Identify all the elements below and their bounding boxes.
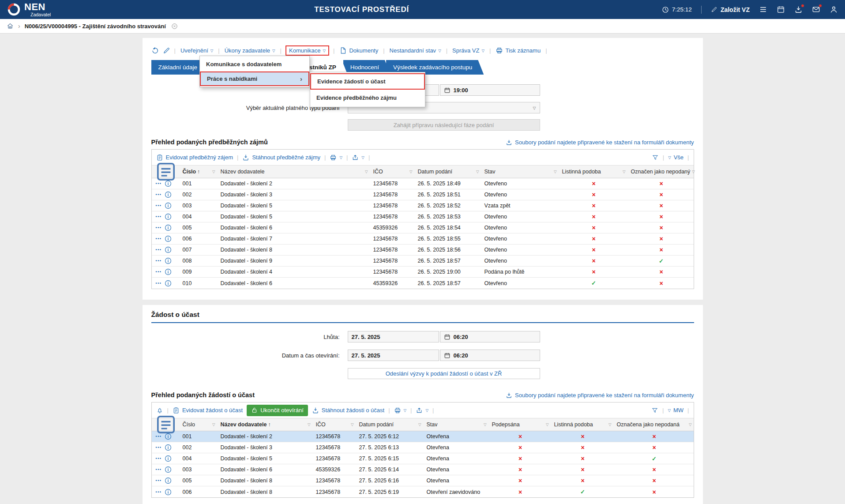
- toolbar-item-tisk-zaznamu[interactable]: Tisk záznamu: [495, 45, 541, 56]
- filter-caret-icon[interactable]: ▽: [349, 422, 354, 427]
- row-info-button[interactable]: [165, 477, 172, 484]
- table-row[interactable]: •••004Dodavatel - školení 51234567827. 5…: [152, 453, 694, 464]
- filter-caret-icon[interactable]: ▽: [210, 169, 215, 174]
- table-row[interactable]: •••001Dodavatel - školení 21234567826. 5…: [152, 178, 694, 189]
- column-header-cislo[interactable]: Číslo↑▽: [180, 165, 218, 178]
- table-row[interactable]: •••005Dodavatel - školení 81234567827. 5…: [152, 475, 694, 486]
- filter-caret-icon[interactable]: ▽: [306, 422, 311, 427]
- table-row[interactable]: •••003Dodavatel - školení 64535932627. 5…: [152, 464, 694, 475]
- breadcrumb-close-button[interactable]: [171, 23, 178, 30]
- export-grid-button[interactable]: ▽: [352, 154, 364, 161]
- column-header-stav[interactable]: Stav▽: [482, 165, 560, 178]
- row-info-button[interactable]: [165, 191, 172, 198]
- column-header-ico[interactable]: IČO▽: [313, 418, 357, 431]
- lhuta-date-input[interactable]: 27. 5. 2025: [348, 331, 439, 342]
- table-row[interactable]: •••003Dodavatel - školení 51234567826. 5…: [152, 200, 694, 211]
- submenu-item-evidence-predbezneho-zajmu[interactable]: Evidence předběžného zájmu: [310, 90, 425, 106]
- filter-caret-icon[interactable]: ▽: [687, 422, 692, 427]
- table-row[interactable]: •••004Dodavatel - školení 51234567826. 5…: [152, 211, 694, 222]
- stahnout-zadosti-button[interactable]: Stáhnout žádosti o účast: [312, 407, 384, 414]
- row-menu-button[interactable]: •••: [156, 434, 162, 439]
- column-header-cislo[interactable]: Číslo▽: [180, 418, 218, 431]
- column-chooser-icon[interactable]: [152, 418, 180, 431]
- home-button[interactable]: [7, 23, 14, 30]
- calendar-picker-icon[interactable]: [444, 352, 451, 359]
- toolbar-item-sprava-vz[interactable]: Správa VZ▽: [451, 46, 485, 55]
- row-info-button[interactable]: [165, 224, 172, 231]
- view-select[interactable]: ▽ MW: [668, 407, 684, 414]
- next-phase-button[interactable]: Zahájit přípravu následující fáze podání: [348, 119, 540, 131]
- filter-caret-icon[interactable]: ▽: [621, 169, 626, 174]
- column-header-listinna-podoba[interactable]: Listinná podoba▽: [552, 418, 614, 431]
- row-menu-button[interactable]: •••: [156, 203, 162, 208]
- column-header-oznacena-jako-nepodana[interactable]: Označena jako nepodaná▽: [614, 418, 695, 431]
- column-header-datum-podani[interactable]: Datum podání▽: [415, 165, 482, 178]
- filter-caret-icon[interactable]: ▽: [690, 169, 695, 174]
- filter-caret-icon[interactable]: ▽: [363, 169, 368, 174]
- filter-caret-icon[interactable]: ▽: [417, 422, 421, 427]
- column-header-ico[interactable]: IČO▽: [371, 165, 415, 178]
- column-header-nazev-dodavatele[interactable]: Název dodavatele↑▽: [218, 418, 313, 431]
- filter-caret-icon[interactable]: ▽: [607, 422, 612, 427]
- view-select[interactable]: ▽ Vše: [668, 154, 684, 161]
- row-menu-button[interactable]: •••: [156, 248, 162, 252]
- calendar-picker-icon[interactable]: [444, 87, 451, 94]
- calendar-button[interactable]: [777, 5, 785, 14]
- row-menu-button[interactable]: •••: [156, 259, 162, 263]
- menu-item-komunikace-s-dodavatelem[interactable]: Komunikace s dodavatelem: [200, 57, 309, 71]
- lhuta-time-input[interactable]: 06:20: [440, 331, 540, 342]
- filter-caret-icon[interactable]: ▽: [474, 169, 479, 174]
- filter-caret-icon[interactable]: ▽: [210, 422, 215, 427]
- filter-caret-icon[interactable]: ▽: [552, 169, 557, 174]
- filter-caret-icon[interactable]: ▽: [482, 422, 487, 427]
- table-row[interactable]: •••005Dodavatel - školení 64535932626. 5…: [152, 222, 694, 233]
- table-row[interactable]: •••001Dodavatel - školení 21234567827. 5…: [152, 431, 694, 442]
- table-row[interactable]: •••006Dodavatel - školení 81234567827. 5…: [152, 486, 694, 497]
- toolbar-item-ukony-zadavatele[interactable]: Úkony zadavatele▽: [224, 46, 276, 55]
- row-info-button[interactable]: [165, 268, 172, 275]
- user-profile-button[interactable]: [830, 5, 838, 14]
- print-grid-button[interactable]: ▽: [394, 407, 407, 414]
- requests-files-link[interactable]: Soubory podání najdete připravené ke sta…: [506, 392, 694, 399]
- stahnout-predbezne-zajmy-button[interactable]: Stáhnout předběžné zájmy: [242, 154, 320, 161]
- toolbar-item-nestandardni-stav[interactable]: Nestandardní stav▽: [389, 46, 442, 55]
- row-menu-button[interactable]: •••: [156, 181, 162, 186]
- filter-caret-icon[interactable]: ▽: [408, 169, 413, 174]
- row-menu-button[interactable]: •••: [156, 490, 162, 494]
- row-info-button[interactable]: [165, 455, 172, 462]
- submenu-item-evidence-zadosti-o-ucast[interactable]: Evidence žádostí o účast: [310, 73, 425, 90]
- column-header-podepsana[interactable]: Podepsána▽: [489, 418, 552, 431]
- opening-time-input[interactable]: 06:20: [440, 350, 540, 361]
- opening-date-input[interactable]: 27. 5. 2025: [348, 350, 439, 361]
- table-row[interactable]: •••006Dodavatel - školení 71234567826. 5…: [152, 233, 694, 244]
- row-menu-button[interactable]: •••: [156, 478, 162, 483]
- filter-icon[interactable]: [651, 407, 658, 414]
- print-grid-button[interactable]: ▽: [330, 154, 342, 161]
- row-menu-button[interactable]: •••: [156, 456, 162, 461]
- downloads-button[interactable]: [794, 5, 803, 14]
- preliminary-files-link[interactable]: Soubory podání najdete připravené ke sta…: [506, 139, 694, 146]
- edit-button[interactable]: [163, 47, 170, 54]
- toolbar-item-dokumenty[interactable]: Dokumenty: [338, 45, 379, 56]
- menu-item-prace-s-nabidkami[interactable]: Práce s nabídkami›: [200, 71, 309, 86]
- column-chooser-icon[interactable]: [152, 165, 180, 178]
- column-header-nazev-dodavatele[interactable]: Název dodavatele▽: [218, 165, 371, 178]
- create-vz-button[interactable]: Založit VZ: [711, 6, 750, 13]
- row-menu-button[interactable]: •••: [156, 445, 162, 450]
- row-info-button[interactable]: [165, 444, 172, 451]
- column-header-listinna-podoba[interactable]: Listinná podoba▽: [560, 165, 628, 178]
- row-info-button[interactable]: [165, 489, 172, 496]
- row-info-button[interactable]: [165, 202, 172, 209]
- toolbar-item-uverejneni[interactable]: Uveřejnění▽: [180, 46, 214, 55]
- table-row[interactable]: •••008Dodavatel - školení 91234567826. 5…: [152, 256, 694, 267]
- evidovat-zadost-button[interactable]: Evidovat žádost o účast: [173, 407, 243, 414]
- row-info-button[interactable]: [165, 213, 172, 220]
- row-info-button[interactable]: [165, 257, 172, 264]
- row-info-button[interactable]: [165, 433, 172, 440]
- row-info-button[interactable]: [165, 280, 172, 287]
- table-row[interactable]: •••007Dodavatel - školení 81234567826. 5…: [152, 244, 694, 256]
- invite-button[interactable]: Odeslání výzvy k podání žádostí o účast …: [348, 368, 540, 379]
- row-menu-button[interactable]: •••: [156, 237, 162, 241]
- breadcrumb-record[interactable]: N006/25/V00004995 - Zajištění závodního …: [25, 23, 166, 30]
- row-info-button[interactable]: [165, 235, 172, 242]
